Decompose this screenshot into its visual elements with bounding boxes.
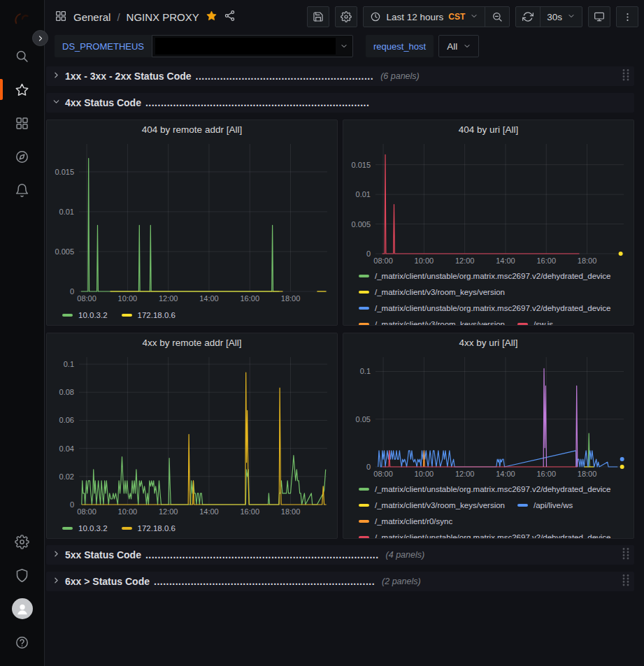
series-point <box>619 252 623 256</box>
time-series-chart[interactable]: 00.0050.010.01508:0010:0012:0014:0016:00… <box>52 138 331 304</box>
chevron-down-icon <box>567 12 575 22</box>
svg-text:0.005: 0.005 <box>351 220 371 229</box>
svg-text:0.015: 0.015 <box>55 168 74 176</box>
sidebar-item-starred[interactable] <box>0 73 45 106</box>
legend-item[interactable]: 172.18.0.6 <box>122 307 176 324</box>
row-header-1xx-3xx-2xx[interactable]: 1xx - 3xx - 2xx Status Code ............… <box>46 66 634 86</box>
legend-series-color <box>359 536 369 539</box>
sidebar-item-explore[interactable] <box>0 140 45 173</box>
svg-text:0.1: 0.1 <box>64 360 74 368</box>
legend-item[interactable]: /_matrix/client/unstable/org.matrix.msc2… <box>359 481 611 497</box>
svg-text:0: 0 <box>366 249 371 258</box>
zoom-out-button[interactable] <box>485 7 509 27</box>
request-host-variable-label[interactable]: request_host <box>366 35 434 57</box>
sidebar <box>0 0 45 666</box>
panel-header[interactable]: 404 by remote addr [All] <box>52 120 331 138</box>
refresh-button[interactable] <box>516 7 540 27</box>
sidebar-item-profile[interactable] <box>0 592 45 625</box>
sidebar-bottom <box>0 525 45 659</box>
star-icon <box>15 82 29 97</box>
legend-item[interactable]: /_matrix/client/unstable/org.matrix.msc2… <box>359 529 611 538</box>
row-header-5xx[interactable]: 5xx Status Code ........................… <box>46 545 634 565</box>
sidebar-item-alerting[interactable] <box>0 173 45 207</box>
more-options-button[interactable] <box>616 6 638 27</box>
legend-series-label: /_matrix/client/unstable/org.matrix.msc2… <box>375 304 611 312</box>
legend-item[interactable]: 172.18.0.6 <box>122 521 176 537</box>
legend-series-label: 10.0.3.2 <box>78 311 108 319</box>
sidebar-expand-button[interactable] <box>32 30 48 46</box>
datasource-variable-label[interactable]: DS_PROMETHEUS <box>55 35 152 57</box>
gear-icon <box>341 11 352 22</box>
time-range-picker[interactable]: Last 12 hours CST <box>364 7 485 27</box>
time-series-chart[interactable]: 00.050.108:0010:0012:0014:0016:0018:00 <box>349 352 628 479</box>
legend-series-label: /api/live/ws <box>534 501 573 509</box>
save-dashboard-button[interactable] <box>307 6 329 27</box>
svg-text:18:00: 18:00 <box>578 470 597 478</box>
share-icon[interactable] <box>224 10 236 24</box>
cycle-view-mode-button[interactable] <box>588 6 610 27</box>
variable-request-host: request_host All <box>366 35 479 57</box>
legend-item[interactable]: /_matrix/client/unstable/org.matrix.msc2… <box>359 268 611 284</box>
sidebar-item-help[interactable] <box>0 625 45 659</box>
legend-item[interactable]: /_matrix/client/v3/room_keys/version <box>359 497 505 513</box>
panel-header[interactable]: 4xx by remote addr [All] <box>52 333 331 352</box>
panel-header[interactable]: 404 by uri [All] <box>349 120 628 138</box>
row-drag-handle[interactable] <box>622 547 630 563</box>
legend-series-label: /_matrix/client/v3/room_keys/version <box>375 320 505 326</box>
legend-item[interactable]: 10.0.3.2 <box>62 307 108 324</box>
legend-item[interactable]: /api/live/ws <box>517 497 573 513</box>
zoom-out-icon <box>492 11 503 22</box>
navbar-actions: Last 12 hours CST 30s <box>307 6 638 27</box>
svg-text:08:00: 08:00 <box>77 507 96 516</box>
time-series-chart[interactable]: 00.0050.010.01508:0010:0012:0014:0016:00… <box>349 138 628 266</box>
svg-text:10:00: 10:00 <box>415 256 434 265</box>
panel-404-by-uri: 404 by uri [All] 00.0050.010.01508:0010:… <box>343 120 634 326</box>
row-header-4xx[interactable]: 4xx Status Code ........................… <box>46 93 634 113</box>
row-leader-dots: ........................................… <box>196 71 374 82</box>
svg-text:16:00: 16:00 <box>536 256 556 265</box>
sidebar-item-dashboards[interactable] <box>0 106 45 140</box>
row-drag-handle[interactable] <box>622 68 630 84</box>
svg-text:12:00: 12:00 <box>455 470 475 478</box>
legend-series-label: /_matrix/client/unstable/org.matrix.msc2… <box>375 485 611 493</box>
chevron-down-icon <box>470 12 478 22</box>
series-line <box>82 456 326 505</box>
active-indicator <box>0 79 3 100</box>
legend-item[interactable]: /_matrix/client/r0/sync <box>359 513 452 529</box>
legend-series-color <box>359 291 369 294</box>
svg-text:10:00: 10:00 <box>415 470 434 478</box>
request-host-variable-dropdown[interactable]: All <box>438 35 479 57</box>
favorite-star-icon[interactable] <box>206 10 217 24</box>
grafana-app: General / NGINX PROXY Last 12 hours CST <box>0 0 644 666</box>
datasource-variable-dropdown[interactable] <box>152 35 353 57</box>
panel-title-text: 4xx by uri [All] <box>459 338 517 348</box>
dashboards-icon <box>15 116 29 131</box>
row-drag-handle[interactable] <box>622 574 630 589</box>
legend-item[interactable]: /_matrix/client/v3/room_keys/version <box>359 316 505 325</box>
chart-svg: 00.0050.010.01508:0010:0012:0014:0016:00… <box>349 138 628 266</box>
legend-item[interactable]: 10.0.3.2 <box>62 521 108 537</box>
legend-item[interactable]: /_matrix/client/unstable/org.matrix.msc2… <box>359 300 611 316</box>
legend-item[interactable]: /_matrix/client/v3/room_keys/version <box>359 284 505 300</box>
panel-404-by-remote-addr: 404 by remote addr [All] 00.0050.010.015… <box>46 120 338 326</box>
dashboard-settings-button[interactable] <box>335 6 357 27</box>
time-series-chart[interactable]: 00.020.040.060.080.108:0010:0012:0014:00… <box>52 352 331 517</box>
grafana-logo[interactable] <box>12 8 33 29</box>
timezone-label: CST <box>448 12 465 22</box>
row-header-6xx[interactable]: 6xx > Status Code ......................… <box>46 572 634 591</box>
legend-series-color <box>359 275 369 277</box>
breadcrumb-folder[interactable]: General <box>73 11 110 23</box>
refresh-interval-picker[interactable]: 30s <box>540 7 582 27</box>
svg-text:0: 0 <box>70 287 74 296</box>
panel-header[interactable]: 4xx by uri [All] <box>349 333 628 352</box>
dashboard-canvas: 1xx - 3xx - 2xx Status Code ............… <box>45 61 644 666</box>
sidebar-item-configuration[interactable] <box>0 525 45 558</box>
legend-series-label: /_matrix/client/unstable/org.matrix.msc2… <box>375 272 611 280</box>
legend-series-label: 172.18.0.6 <box>138 524 176 533</box>
series-line <box>378 451 618 467</box>
legend-series-color <box>517 504 528 507</box>
row-title: 6xx > Status Code <box>65 576 150 587</box>
legend-item[interactable]: /sw.js <box>517 316 553 325</box>
svg-text:10:00: 10:00 <box>118 294 138 303</box>
sidebar-item-server-admin[interactable] <box>0 558 45 592</box>
